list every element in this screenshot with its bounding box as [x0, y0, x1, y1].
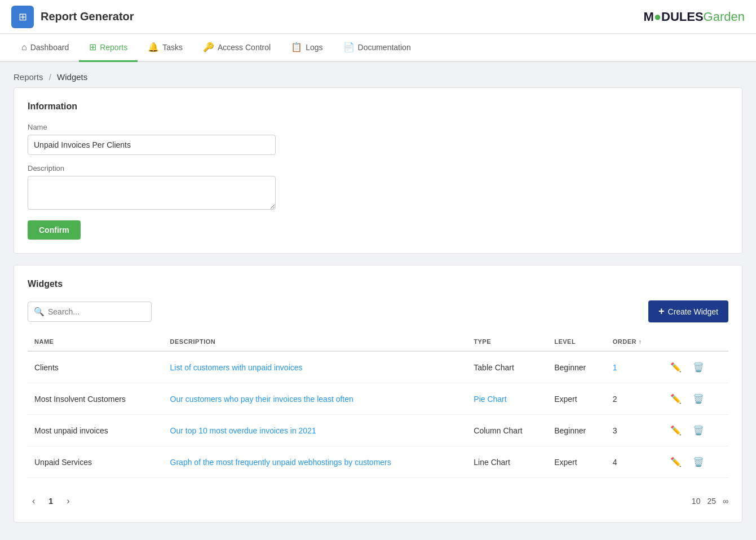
pagination: ‹ 1 › 10 25 ∞: [28, 487, 728, 508]
plus-icon: +: [658, 306, 665, 317]
nav-label-documentation: Documentation: [358, 43, 411, 52]
edit-button[interactable]: ✏️: [668, 391, 684, 406]
table-header-row: NAME DESCRIPTION TYPE LEVEL ORDER ↑: [28, 333, 728, 351]
widgets-table-container: NAME DESCRIPTION TYPE LEVEL ORDER ↑ Clie…: [28, 333, 728, 478]
main-content: Information Name Description Confirm Wid…: [0, 87, 756, 540]
description-field-group: Description: [28, 164, 728, 211]
breadcrumb-separator: /: [49, 72, 51, 82]
action-icons: ✏️ 🗑️: [668, 454, 722, 470]
widgets-table: NAME DESCRIPTION TYPE LEVEL ORDER ↑ Clie…: [28, 333, 728, 478]
search-input[interactable]: [48, 307, 145, 316]
widget-level: Expert: [547, 383, 606, 415]
nav-label-dashboard: Dashboard: [30, 43, 69, 52]
widget-actions: ✏️ 🗑️: [661, 383, 728, 415]
widget-actions: ✏️ 🗑️: [661, 415, 728, 446]
edit-button[interactable]: ✏️: [668, 423, 684, 438]
col-header-order[interactable]: ORDER ↑: [606, 333, 661, 351]
table-row: Most Insolvent CustomersOur customers wh…: [28, 383, 728, 415]
widget-order: 1: [606, 351, 661, 383]
widget-order-link[interactable]: 1: [613, 363, 617, 372]
action-icons: ✏️ 🗑️: [668, 360, 722, 375]
name-label: Name: [28, 123, 728, 131]
app-icon: ⊞: [11, 6, 34, 28]
widgets-header: 🔍 + Create Widget: [28, 300, 728, 322]
page-size-10[interactable]: 10: [692, 497, 701, 506]
name-input[interactable]: [28, 135, 276, 155]
widget-type: Column Chart: [467, 415, 547, 446]
topbar: ⊞ Report Generator M●DULESGarden: [0, 0, 756, 34]
widget-description-link[interactable]: Graph of the most frequently unpaid webh…: [170, 458, 391, 467]
search-box: 🔍: [28, 302, 152, 322]
widget-name: Most Insolvent Customers: [28, 383, 163, 415]
nav-item-documentation[interactable]: 📄 Documentation: [333, 34, 421, 62]
page-size-all[interactable]: ∞: [723, 497, 728, 506]
widget-type: Pie Chart: [467, 383, 547, 415]
navbar: ⌂ Dashboard ⊞ Reports 🔔 Tasks 🔑 Access C…: [0, 34, 756, 62]
breadcrumb-current: Widgets: [57, 72, 87, 82]
delete-button[interactable]: 🗑️: [691, 423, 706, 438]
description-label: Description: [28, 164, 728, 172]
information-title: Information: [28, 101, 728, 112]
widget-description[interactable]: Our customers who pay their invoices the…: [163, 383, 467, 415]
reports-icon: ⊞: [89, 42, 96, 52]
widget-description-link[interactable]: Our customers who pay their invoices the…: [170, 395, 353, 404]
nav-item-tasks[interactable]: 🔔 Tasks: [138, 34, 193, 62]
widget-description-link[interactable]: List of customers with unpaid invoices: [170, 363, 303, 372]
action-icons: ✏️ 🗑️: [668, 423, 722, 438]
documentation-icon: 📄: [343, 42, 355, 52]
delete-button[interactable]: 🗑️: [691, 454, 706, 470]
page-navigation: ‹ 1 ›: [28, 494, 74, 508]
create-widget-button[interactable]: + Create Widget: [648, 300, 728, 322]
breadcrumb-parent[interactable]: Reports: [14, 72, 43, 82]
nav-label-logs: Logs: [306, 43, 322, 52]
col-header-actions: [661, 333, 728, 351]
modules-garden-logo: M●DULESGarden: [643, 10, 745, 24]
nav-item-reports[interactable]: ⊞ Reports: [79, 34, 138, 62]
widget-order: 3: [606, 415, 661, 446]
action-icons: ✏️ 🗑️: [668, 391, 722, 406]
delete-button[interactable]: 🗑️: [691, 391, 706, 406]
prev-page-button[interactable]: ‹: [28, 494, 39, 508]
app-branding: ⊞ Report Generator: [11, 6, 134, 28]
nav-item-logs[interactable]: 📋 Logs: [281, 34, 333, 62]
widget-description[interactable]: List of customers with unpaid invoices: [163, 351, 467, 383]
widgets-title: Widgets: [28, 279, 728, 289]
col-header-description: DESCRIPTION: [163, 333, 467, 351]
nav-label-reports: Reports: [100, 43, 127, 52]
widget-name: Clients: [28, 351, 163, 383]
widget-type: Line Chart: [467, 446, 547, 478]
widget-description[interactable]: Graph of the most frequently unpaid webh…: [163, 446, 467, 478]
confirm-button[interactable]: Confirm: [28, 220, 81, 240]
edit-button[interactable]: ✏️: [668, 454, 684, 470]
breadcrumb: Reports / Widgets: [0, 62, 756, 87]
delete-button[interactable]: 🗑️: [691, 360, 706, 375]
current-page[interactable]: 1: [44, 494, 58, 508]
edit-button[interactable]: ✏️: [668, 360, 684, 375]
access-icon: 🔑: [203, 42, 214, 52]
widget-description-link[interactable]: Our top 10 most overdue invoices in 2021: [170, 426, 316, 435]
widgets-card: Widgets 🔍 + Create Widget NAME DESCRIPTI…: [14, 265, 742, 523]
name-field-group: Name: [28, 123, 728, 155]
tasks-icon: 🔔: [148, 42, 159, 52]
description-input[interactable]: [28, 176, 276, 210]
nav-item-dashboard[interactable]: ⌂ Dashboard: [11, 34, 79, 62]
next-page-button[interactable]: ›: [62, 494, 74, 508]
widget-actions: ✏️ 🗑️: [661, 351, 728, 383]
page-size-25[interactable]: 25: [707, 497, 716, 506]
widget-name: Unpaid Services: [28, 446, 163, 478]
nav-label-tasks: Tasks: [162, 43, 183, 52]
widget-order: 4: [606, 446, 661, 478]
nav-item-access-control[interactable]: 🔑 Access Control: [193, 34, 281, 62]
table-row: Unpaid ServicesGraph of the most frequen…: [28, 446, 728, 478]
widget-type: Table Chart: [467, 351, 547, 383]
col-header-name: NAME: [28, 333, 163, 351]
widget-name: Most unpaid invoices: [28, 415, 163, 446]
widget-actions: ✏️ 🗑️: [661, 446, 728, 478]
search-icon: 🔍: [34, 307, 45, 317]
col-header-level: LEVEL: [547, 333, 606, 351]
home-icon: ⌂: [21, 42, 27, 52]
page-size-selector: 10 25 ∞: [692, 497, 728, 506]
widget-description[interactable]: Our top 10 most overdue invoices in 2021: [163, 415, 467, 446]
app-title: Report Generator: [41, 10, 134, 23]
widget-type-link[interactable]: Pie Chart: [474, 395, 506, 404]
